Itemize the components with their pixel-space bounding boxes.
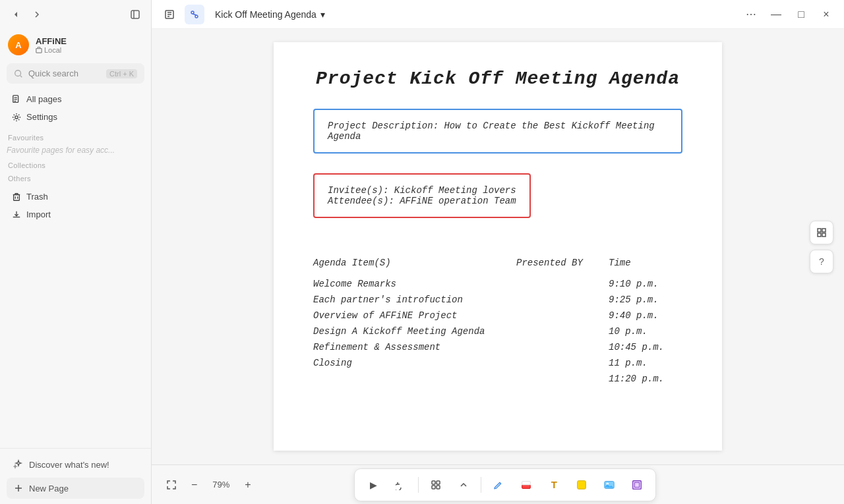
- agenda-item-0: Welcome Remarks: [313, 279, 516, 289]
- close-button[interactable]: ×: [816, 5, 836, 24]
- expand-icon: [458, 480, 469, 490]
- blue-description-box: Project Description: How to Create the B…: [313, 109, 682, 154]
- titlebar: Kick Off Meeting Agenda ▾ ⋯ — □ ×: [152, 0, 844, 29]
- agenda-item-4: Refinement & Assessment: [313, 342, 516, 352]
- agenda-time-0: 9:10 p.m.: [609, 279, 682, 289]
- text-tool-button[interactable]: T: [542, 473, 566, 497]
- svg-line-21: [193, 14, 196, 15]
- minimize-icon: —: [771, 9, 781, 20]
- svg-point-9: [15, 115, 18, 118]
- agenda-item-5: Closing: [313, 358, 516, 368]
- help-button[interactable]: ?: [810, 250, 833, 273]
- frame-icon: [631, 479, 643, 491]
- forward-button[interactable]: [28, 5, 46, 24]
- workspace-info[interactable]: A AFFiNE Local: [0, 29, 151, 61]
- svg-rect-35: [633, 480, 642, 489]
- sidebar-header: [0, 0, 151, 29]
- red-info-box: Invitee(s): Kickoff Meeting lovers Atten…: [313, 173, 531, 218]
- svg-rect-30: [522, 485, 531, 488]
- agenda-header: Agenda Item(S) Presented BY Time: [313, 258, 682, 268]
- titlebar-left: Kick Off Meeting Agenda ▾: [160, 5, 330, 24]
- favourites-placeholder: Favourite pages for easy acc...: [0, 143, 151, 157]
- bottom-toolbar: − 79% + ▶: [152, 464, 844, 504]
- svg-rect-27: [437, 481, 440, 484]
- sidebar-toggle-button[interactable]: [126, 5, 144, 24]
- sidebar-item-all-pages[interactable]: All pages: [7, 90, 144, 108]
- doc-view-button[interactable]: [160, 5, 179, 24]
- eraser-icon: [520, 479, 532, 491]
- tool-divider: [418, 477, 419, 493]
- sidebar-bottom: Discover what's new! New Page: [0, 448, 151, 504]
- fit-icon: [166, 480, 177, 490]
- page-content: Project Kick Off Meeting Agenda Project …: [274, 42, 722, 451]
- image-icon: [603, 479, 615, 491]
- pages-icon: [12, 95, 21, 104]
- pen-tool-button[interactable]: [487, 473, 510, 497]
- text-icon: T: [551, 479, 557, 490]
- agenda-time-3: 10 p.m.: [609, 326, 682, 337]
- search-icon: [14, 69, 23, 78]
- svg-rect-22: [818, 229, 821, 232]
- zoom-level-display: 79%: [208, 480, 234, 490]
- others-section: Trash Import: [0, 184, 151, 227]
- sidebar-item-import[interactable]: Import: [7, 206, 144, 223]
- grid-icon: [816, 227, 827, 238]
- minimize-button[interactable]: —: [766, 5, 786, 24]
- maximize-icon: □: [798, 9, 804, 20]
- eraser-tool-button[interactable]: [514, 473, 538, 497]
- maximize-button[interactable]: □: [791, 5, 811, 24]
- nav-arrows: [7, 5, 46, 24]
- sidebar-item-settings[interactable]: Settings: [7, 108, 144, 126]
- svg-rect-10: [14, 194, 20, 200]
- canvas-area[interactable]: Project Kick Off Meeting Agenda Project …: [152, 29, 844, 464]
- col-header-time: Time: [609, 258, 682, 268]
- svg-point-3: [15, 70, 21, 76]
- zoom-controls: − 79% +: [162, 476, 256, 494]
- agenda-time-2: 9:40 p.m.: [609, 310, 682, 321]
- agenda-time-5: 11 p.m.: [609, 358, 682, 368]
- shape-tool-button[interactable]: [570, 473, 593, 497]
- svg-rect-29: [437, 486, 440, 489]
- back-button[interactable]: [7, 5, 25, 24]
- doc-view-icon: [164, 9, 175, 20]
- more-options-button[interactable]: ⋯: [741, 5, 761, 24]
- undo-tool-button[interactable]: [389, 473, 413, 497]
- play-icon: ▶: [370, 480, 377, 490]
- quick-search-bar[interactable]: Quick search Ctrl + K: [7, 63, 144, 84]
- tool-palette: ▶: [354, 468, 656, 501]
- new-page-button[interactable]: New Page: [7, 478, 144, 499]
- undo-icon: [396, 480, 406, 490]
- svg-rect-26: [432, 481, 435, 484]
- frame-tool-button[interactable]: [625, 473, 649, 497]
- plus-icon: [13, 483, 24, 493]
- svg-line-4: [20, 75, 22, 77]
- favourites-section-label: Favourites: [0, 130, 151, 143]
- edgeless-view-button[interactable]: [185, 5, 204, 24]
- edgeless-view-icon: [189, 9, 200, 20]
- document-title-header[interactable]: Kick Off Meeting Agenda ▾: [210, 7, 330, 22]
- col-header-item: Agenda Item(S): [313, 258, 516, 268]
- agenda-item-1: Each partner's introfuction: [313, 294, 516, 305]
- play-tool-button[interactable]: ▶: [361, 473, 385, 497]
- sidebar-item-trash[interactable]: Trash: [7, 188, 144, 206]
- svg-point-20: [195, 15, 198, 18]
- tool-divider-2: [481, 477, 481, 493]
- settings-label: Settings: [26, 112, 57, 122]
- svg-rect-23: [822, 229, 826, 232]
- insert-tool-button[interactable]: [424, 473, 448, 497]
- chevron-down-icon: ▾: [320, 9, 325, 20]
- zoom-out-button[interactable]: −: [186, 476, 202, 493]
- fit-to-screen-button[interactable]: [162, 476, 181, 494]
- image-tool-button[interactable]: [597, 473, 621, 497]
- agenda-row: Welcome Remarks 9:10 p.m.: [313, 279, 682, 289]
- shape-icon: [576, 479, 588, 491]
- workspace-type: Local: [36, 46, 67, 54]
- others-section-label: Others: [0, 171, 151, 184]
- zoom-in-button[interactable]: +: [239, 476, 256, 493]
- grid-view-button[interactable]: [810, 221, 833, 244]
- import-label: Import: [26, 210, 51, 219]
- svg-rect-2: [36, 48, 42, 53]
- agenda-time-6: 11:20 p.m.: [609, 374, 682, 384]
- discover-button[interactable]: Discover what's new!: [7, 454, 144, 475]
- expand-tool-button[interactable]: [452, 473, 475, 497]
